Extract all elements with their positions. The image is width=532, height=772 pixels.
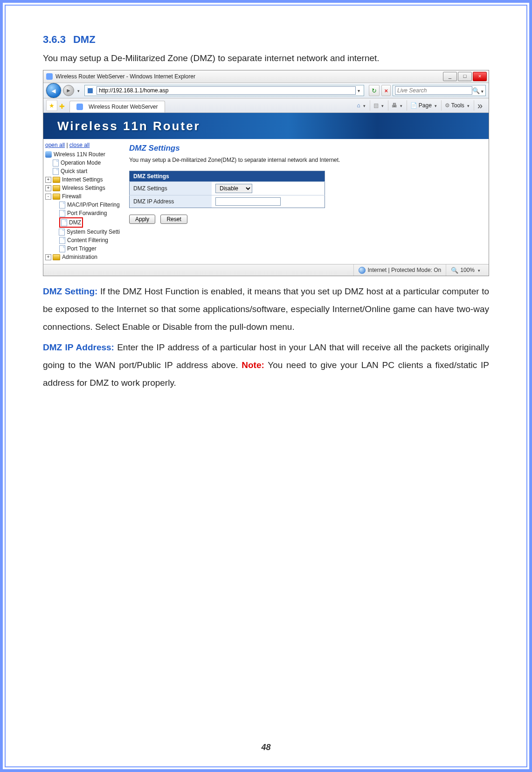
form-buttons: Apply Reset	[129, 215, 481, 224]
tools-menu-label: Tools	[451, 102, 464, 109]
globe-icon	[359, 267, 366, 274]
minimize-button[interactable]: _	[443, 72, 457, 81]
search-box[interactable]: 🔍	[393, 85, 486, 96]
browser-tab[interactable]: Wireless Router WebServer	[69, 101, 165, 112]
folder-icon	[53, 177, 60, 183]
command-bar: ⌂ ▧ 🖶 📄Page ⚙Tools »	[354, 100, 486, 111]
address-bar[interactable]: ▾	[84, 85, 364, 96]
maximize-button[interactable]: □	[458, 72, 472, 81]
refresh-icon: ↻	[372, 87, 377, 94]
page-menu-label: Page	[419, 102, 432, 109]
tree-controls: open all | close all	[45, 142, 120, 148]
tree-item-firewall[interactable]: -Firewall	[45, 192, 120, 201]
ie-status-bar: Internet | Protected Mode: On 🔍 100%	[43, 264, 489, 276]
doc-icon	[53, 160, 59, 167]
tree-item-operation-mode[interactable]: Operation Mode	[45, 159, 120, 167]
address-input[interactable]	[97, 86, 356, 95]
ie-page-icon	[87, 87, 94, 94]
tree-item-dmz[interactable]: DMZ	[45, 217, 120, 228]
folder-icon	[53, 254, 60, 260]
tree-item-system-security[interactable]: System Security Setti	[45, 228, 120, 236]
tree-item-port-trigger[interactable]: Port Trigger	[45, 244, 120, 253]
zoom-control[interactable]: 🔍 100%	[446, 264, 485, 276]
table-row: DMZ IP Address	[130, 195, 325, 208]
tree-root[interactable]: Wireless 11N Router	[45, 150, 120, 159]
add-favorite-button[interactable]: ✚	[59, 103, 65, 110]
close-button[interactable]: ×	[473, 72, 487, 81]
dmz-ip-input[interactable]	[215, 197, 281, 206]
apply-button[interactable]: Apply	[129, 215, 155, 224]
home-button[interactable]: ⌂	[354, 100, 369, 111]
page-number: 48	[6, 743, 526, 752]
home-icon: ⌂	[357, 102, 360, 109]
tree-item-quick-start[interactable]: Quick start	[45, 167, 120, 175]
close-all-link[interactable]: close all	[69, 142, 90, 148]
doc-icon	[59, 229, 65, 236]
chevron-right-icon: »	[477, 103, 483, 108]
doc-icon	[59, 245, 65, 252]
reset-button[interactable]: Reset	[160, 215, 187, 224]
page-description: You may setup a De-militarized Zone(DMZ)…	[129, 157, 481, 163]
rss-icon: ▧	[373, 102, 379, 109]
dmz-settings-label: DMZ Settings	[130, 182, 212, 195]
status-zone: Internet | Protected Mode: On	[353, 264, 446, 276]
expand-icon[interactable]: +	[45, 185, 51, 191]
zoom-level: 100%	[460, 267, 475, 273]
heading-title: DMZ	[73, 34, 96, 45]
dmz-ip-label: DMZ IP Address:	[43, 342, 114, 352]
table-header: DMZ Settings	[130, 171, 325, 182]
doc-icon	[59, 202, 65, 209]
ie-window-title: Wireless Router WebServer - Windows Inte…	[55, 73, 195, 80]
gear-icon: ⚙	[445, 102, 450, 109]
ie-title-bar: Wireless Router WebServer - Windows Inte…	[43, 70, 489, 83]
page-title: DMZ Settings	[129, 144, 481, 153]
tree-item-content-filtering[interactable]: Content Filtering	[45, 236, 120, 244]
tree-item-mac-ip-port-filtering[interactable]: MAC/IP/Port Filtering	[45, 201, 120, 209]
stop-icon: ×	[384, 87, 388, 94]
page-menu[interactable]: 📄Page	[407, 100, 440, 111]
more-commands[interactable]: »	[474, 100, 486, 111]
tree-item-internet-settings[interactable]: +Internet Settings	[45, 175, 120, 184]
refresh-button[interactable]: ↻	[369, 85, 380, 96]
print-button[interactable]: 🖶	[388, 100, 406, 111]
nav-tree: open all | close all Wireless 11N Router…	[43, 139, 122, 264]
doc-icon	[59, 237, 65, 244]
section-heading: 3.6.3DMZ	[43, 34, 489, 46]
open-all-link[interactable]: open all	[45, 142, 65, 148]
doc-icon	[61, 219, 67, 226]
forward-button[interactable]: ►	[63, 85, 74, 96]
zoom-dropdown-icon[interactable]	[477, 267, 480, 273]
search-input[interactable]	[395, 86, 472, 95]
dmz-setting-paragraph: DMZ Setting: If the DMZ Host Function is…	[43, 283, 489, 336]
tab-title: Wireless Router WebServer	[89, 104, 158, 110]
collapse-icon[interactable]: -	[45, 194, 51, 200]
ie-tab-bar: ★ ✚ Wireless Router WebServer ⌂ ▧ 🖶 📄Pag…	[43, 98, 489, 113]
dmz-setting-text: If the DMZ Host Function is enabled, it …	[43, 286, 489, 332]
address-dropdown-icon[interactable]: ▾	[356, 88, 362, 93]
tools-menu[interactable]: ⚙Tools	[441, 100, 473, 111]
status-text: Internet | Protected Mode: On	[367, 267, 441, 273]
dmz-settings-select[interactable]: Disable	[215, 184, 252, 193]
search-icon[interactable]: 🔍	[472, 87, 484, 94]
folder-icon	[53, 185, 60, 191]
tree-item-wireless-settings[interactable]: +Wireless Settings	[45, 184, 120, 192]
doc-icon	[59, 210, 65, 217]
router-banner: Wireless 11n Router	[43, 113, 489, 139]
favorites-button[interactable]: ★	[46, 100, 57, 111]
expand-icon[interactable]: +	[45, 254, 51, 260]
nav-history-dropdown[interactable]	[76, 87, 80, 94]
intro-paragraph: You may setup a De-Militarized Zone (DMZ…	[43, 49, 489, 67]
tree-item-port-forwarding[interactable]: Port Forwarding	[45, 209, 120, 217]
dmz-ip-label: DMZ IP Address	[130, 195, 212, 208]
back-button[interactable]: ◄	[46, 83, 61, 98]
tree-item-administration[interactable]: +Administration	[45, 253, 120, 261]
dmz-setting-label: DMZ Setting:	[43, 286, 97, 296]
page-icon: 📄	[410, 102, 417, 109]
router-icon	[45, 151, 52, 158]
ie-nav-bar: ◄ ► ▾ ↻ × 🔍	[43, 83, 489, 98]
feeds-button[interactable]: ▧	[370, 100, 387, 111]
expand-icon[interactable]: +	[45, 177, 51, 183]
tab-favicon-icon	[76, 104, 83, 110]
ie-window: Wireless Router WebServer - Windows Inte…	[43, 70, 489, 276]
stop-button[interactable]: ×	[381, 85, 391, 96]
